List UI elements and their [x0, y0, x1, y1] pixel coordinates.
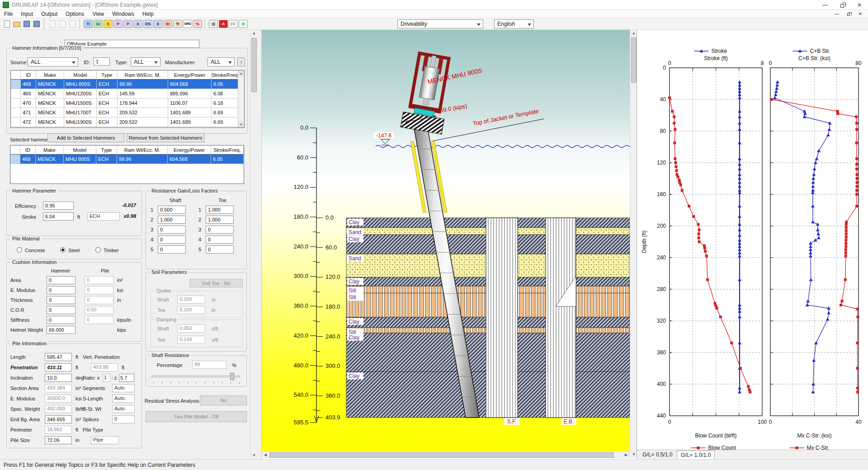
toe-factor-field[interactable]: [206, 235, 234, 244]
save-as-icon[interactable]: [32, 20, 41, 28]
project-title-field[interactable]: [65, 40, 199, 48]
title-input-icon[interactable]: TI: [84, 20, 93, 28]
pile-input-icon[interactable]: P: [113, 20, 123, 28]
cushion-hammer-field[interactable]: [47, 296, 75, 304]
child-close-button[interactable]: ✕: [854, 10, 866, 18]
shaft-factor-field[interactable]: [158, 226, 186, 234]
ratio-z-field[interactable]: [119, 374, 134, 382]
shaft-factor-field[interactable]: [158, 235, 186, 244]
table-row[interactable]: 469MENCKMHU1200SECH145.59885.0966.08: [11, 89, 244, 99]
shaft-factor-field[interactable]: [158, 206, 186, 214]
pile-info-field[interactable]: [45, 353, 72, 361]
table-row[interactable]: 468MENCKMHU 800SECH99.96604.5686.05: [11, 80, 244, 89]
manufacturer-combobox[interactable]: ALL: [208, 57, 235, 66]
table-row[interactable]: 470MENCKMHU1500SECH178.9441106.076.18: [11, 99, 244, 108]
table-row[interactable]: 471MENCKMHU1700TECH209.5321401.6896.69: [11, 108, 244, 118]
second-toe-button[interactable]: 2nd Toe - No: [189, 279, 243, 287]
child-restore-button[interactable]: [843, 10, 854, 18]
shaft-resistance-slider[interactable]: [151, 376, 240, 377]
gl-tab-2[interactable]: G/L= 1.0/1.0: [677, 451, 715, 459]
efficiency-field[interactable]: [43, 202, 74, 210]
stroke-field[interactable]: [43, 212, 74, 221]
selected-hammers-table[interactable]: IDMakeModelTypeRam Wt/Ecc. M.Energy/Powe…: [10, 145, 244, 184]
percent-icon[interactable]: %: [193, 20, 202, 28]
scroll-up-button[interactable]: ↑: [237, 57, 245, 66]
scroll-up-icon[interactable]: ▲: [238, 70, 244, 76]
menu-input[interactable]: Input: [17, 10, 37, 18]
print-icon[interactable]: [48, 20, 57, 28]
hammer-id-field[interactable]: [94, 57, 110, 66]
radio-concrete[interactable]: [17, 247, 22, 253]
pile-profile-icon[interactable]: P: [123, 20, 132, 28]
scroll-thumb[interactable]: [251, 38, 257, 92]
pile-info-field[interactable]: [45, 436, 72, 444]
minimize-button[interactable]: —: [816, 0, 834, 10]
table-view-icon[interactable]: ▦: [209, 20, 218, 28]
menu-windows[interactable]: Windows: [108, 10, 138, 18]
scroll-down-icon[interactable]: ▼: [238, 122, 244, 127]
toe-factor-field[interactable]: [206, 216, 234, 224]
two-pile-model-button[interactable]: Two Pile Model - Off: [146, 411, 247, 422]
graphic-h-scrollbar[interactable]: ◀ ▶: [262, 451, 630, 458]
scroll-thumb[interactable]: [631, 38, 637, 83]
gl-tab-1[interactable]: G/L= 0.5/1.0: [639, 451, 676, 459]
menu-help[interactable]: Help: [138, 10, 158, 18]
cushion-hammer-field[interactable]: [47, 286, 75, 294]
radio-steel[interactable]: [60, 247, 66, 253]
residual-stress-button[interactable]: No: [200, 395, 247, 405]
pile-info-field[interactable]: [45, 374, 72, 382]
remove-selected-hammers-button[interactable]: Remove from Selected Hammers: [127, 133, 204, 142]
cushion-hammer-field[interactable]: [47, 276, 75, 284]
type-combobox[interactable]: ALL: [131, 57, 160, 66]
radio-timber[interactable]: [95, 247, 101, 253]
srd-icon[interactable]: SRD: [183, 20, 192, 28]
scroll-down-icon[interactable]: ▼: [250, 452, 258, 459]
scroll-left-icon[interactable]: ◀: [262, 451, 269, 459]
copy-icon[interactable]: [58, 20, 67, 28]
analysis-a-icon[interactable]: A: [219, 20, 228, 28]
add-selected-hammers-button[interactable]: Add to Selected Hammers: [47, 133, 124, 142]
analysis-mode-combobox[interactable]: Driveability: [397, 19, 483, 28]
shaft-factor-field[interactable]: [158, 245, 186, 254]
toe-factor-field[interactable]: [206, 226, 234, 234]
export-icon[interactable]: [68, 20, 77, 28]
toe-factor-field[interactable]: [206, 206, 234, 214]
new-file-icon[interactable]: [2, 20, 11, 28]
table-row[interactable]: 468MENCKMHU 800SECH99.96604.5686.05: [10, 155, 244, 164]
inspection-data-icon[interactable]: ID: [163, 20, 172, 28]
save-icon[interactable]: [22, 20, 31, 28]
menu-file[interactable]: File: [0, 10, 17, 18]
restore-button[interactable]: [834, 0, 851, 10]
left-panel-scrollbar[interactable]: ▲ ▼: [250, 30, 258, 459]
depth-table-icon[interactable]: DS: [143, 20, 152, 28]
pile-info-field[interactable]: [45, 363, 72, 371]
open-file-icon[interactable]: [12, 20, 21, 28]
soil-input-icon[interactable]: S: [104, 20, 113, 28]
scroll-up-icon[interactable]: ▲: [250, 30, 258, 37]
child-minimize-button[interactable]: —: [831, 10, 843, 18]
cushion-hammer-field[interactable]: [47, 326, 75, 334]
ff-icon[interactable]: FF: [229, 20, 238, 28]
language-combobox[interactable]: English: [494, 19, 534, 28]
drive-hammer-icon[interactable]: ⚒: [173, 20, 182, 28]
cushion-hammer-field[interactable]: [47, 316, 75, 324]
scroll-right-icon[interactable]: ▶: [623, 451, 630, 459]
menu-options[interactable]: Options: [61, 10, 88, 18]
shaft-factor-field[interactable]: [158, 216, 186, 224]
analysis-x2-icon[interactable]: X: [153, 20, 162, 28]
general-info-icon[interactable]: GI: [94, 20, 103, 28]
table-row[interactable]: 472MENCKMHU1900SECH209.5321401.6896.69: [11, 118, 244, 127]
menu-view[interactable]: View: [88, 10, 108, 18]
graphic-v-scrollbar[interactable]: ▲ ▼: [630, 30, 637, 458]
close-button[interactable]: ✕: [851, 0, 868, 10]
output-icon[interactable]: O: [239, 20, 248, 28]
source-combobox[interactable]: ALL: [28, 57, 78, 66]
menu-output[interactable]: Output: [37, 10, 61, 18]
slider-thumb[interactable]: [230, 373, 234, 380]
cushion-hammer-field[interactable]: [47, 306, 75, 314]
table-scrollbar[interactable]: ▲▼: [238, 70, 244, 127]
analysis-x1-icon[interactable]: X: [133, 20, 142, 28]
hammer-database-table[interactable]: IDMakeModelTypeRam Wt/Ecc. M.Energy/Powe…: [10, 70, 245, 128]
toe-factor-field[interactable]: [206, 245, 234, 254]
scroll-thumb[interactable]: [269, 452, 614, 458]
